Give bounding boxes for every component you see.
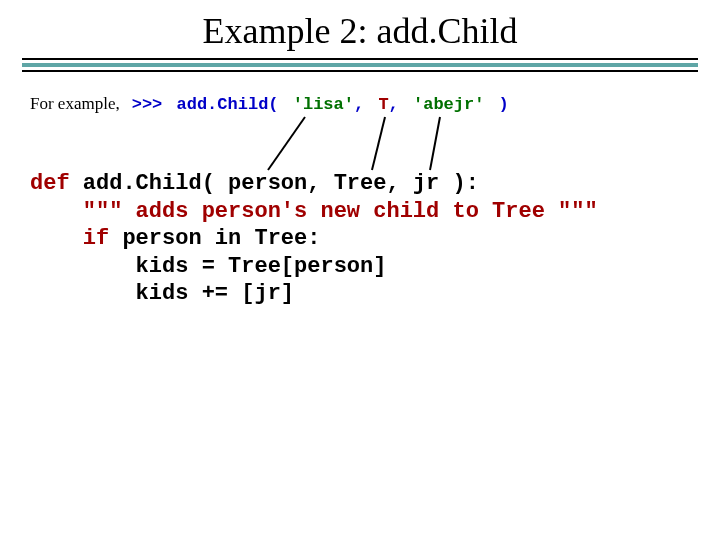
if-rest: person in Tree: xyxy=(109,226,320,251)
docstring-line: """ adds person's new child to Tree """ xyxy=(30,199,598,224)
arrow-line-2 xyxy=(372,117,385,170)
divider-top xyxy=(22,58,698,60)
arrow-line-3 xyxy=(430,117,440,170)
slide-title: Example 2: add.Child xyxy=(0,10,720,52)
keyword-if: if xyxy=(30,226,109,251)
call-close: ) xyxy=(499,95,509,114)
code-definition: def add.Child( person, Tree, jr ): """ a… xyxy=(30,170,598,308)
fn-header: add.Child( person, Tree, jr ): xyxy=(70,171,479,196)
example-invocation: For example, >>> add.Child( 'lisa', T, '… xyxy=(30,94,509,114)
divider-bottom xyxy=(22,70,698,72)
call-arg-2: T xyxy=(378,95,388,114)
code-line-5: kids += [jr] xyxy=(30,281,294,306)
keyword-def: def xyxy=(30,171,70,196)
call-arg-3: 'abejr' xyxy=(413,95,484,114)
example-label: For example, xyxy=(30,94,120,113)
call-fn: add.Child( xyxy=(177,95,279,114)
divider-accent xyxy=(22,63,698,67)
comma-1: , xyxy=(354,95,364,114)
prompt-symbol: >>> xyxy=(132,95,163,114)
comma-2: , xyxy=(389,95,399,114)
arrow-line-1 xyxy=(268,117,305,170)
slide: Example 2: add.Child For example, >>> ad… xyxy=(0,0,720,540)
call-arg-1: 'lisa' xyxy=(293,95,354,114)
code-line-4: kids = Tree[person] xyxy=(30,254,386,279)
